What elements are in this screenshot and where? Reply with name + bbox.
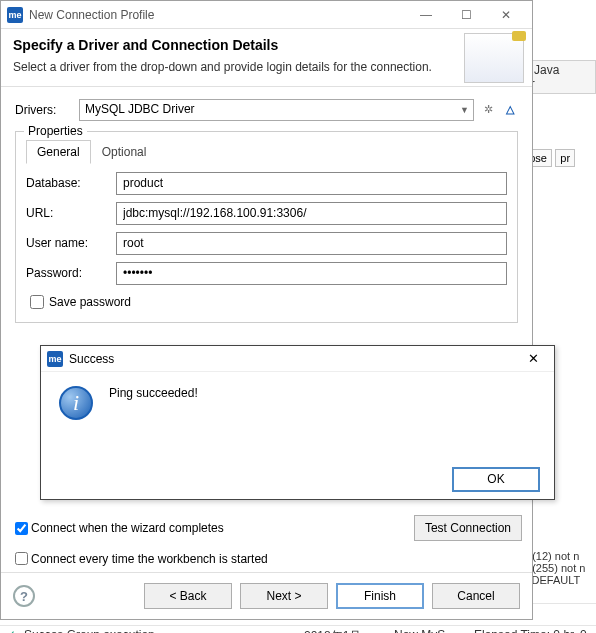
tab-general[interactable]: General [26,140,91,164]
help-button[interactable]: ? [13,585,35,607]
tab-optional[interactable]: Optional [91,140,158,164]
maximize-button[interactable]: ☐ [446,2,486,28]
save-password-label: Save password [49,295,131,309]
ok-button[interactable]: OK [452,467,540,492]
connect-startup-label: Connect every time the workbench is star… [31,552,268,566]
url-label: URL: [26,206,116,220]
info-icon: i [59,386,93,420]
success-dialog: me Success ✕ i Ping succeeded! OK [40,345,555,500]
dialog-app-icon: me [47,351,63,367]
dialog-title: Success [69,352,518,366]
username-label: User name: [26,236,116,250]
dialog-message: Ping succeeded! [109,386,198,445]
drivers-selected-value: MySQL JDBC Driver [85,102,195,116]
editor-tab-pr-label: pr [560,152,570,164]
next-button[interactable]: Next > [240,583,328,609]
editor-tab-pr[interactable]: pr [555,149,575,167]
drivers-label: Drivers: [15,103,79,117]
drivers-dropdown[interactable]: MySQL JDBC Driver ▼ [79,99,474,121]
cell-source: New MyS [394,628,474,633]
check-icon: ✓ [6,628,20,633]
database-label: Database: [26,176,116,190]
database-input[interactable] [116,172,507,195]
page-description: Select a driver from the drop-down and p… [13,59,433,76]
finish-button[interactable]: Finish [336,583,424,609]
cancel-button[interactable]: Cancel [432,583,520,609]
connect-wizard-checkbox[interactable] [15,522,28,535]
table-row[interactable]: ✓ Succes Group execution 2018年1月 New MyS… [0,625,596,633]
dialog-close-button[interactable]: ✕ [518,351,548,366]
edit-driver-icon[interactable]: △ [502,102,518,118]
connect-wizard-label: Connect when the wizard completes [31,521,224,535]
page-heading: Specify a Driver and Connection Details [13,37,520,53]
properties-group-label: Properties [24,124,87,138]
connect-startup-checkbox[interactable] [15,552,28,565]
cell-description: Succes Group execution [24,628,304,633]
window-title: New Connection Profile [29,8,406,22]
minimize-button[interactable]: — [406,2,446,28]
titlebar: me New Connection Profile — ☐ ✕ [1,1,532,29]
username-input[interactable] [116,232,507,255]
cell-date: 2018年1月 [304,628,394,633]
password-input[interactable] [116,262,507,285]
password-label: Password: [26,266,116,280]
back-button[interactable]: < Back [144,583,232,609]
new-connection-profile-window: me New Connection Profile — ☐ ✕ Specify … [0,0,533,620]
test-connection-button[interactable]: Test Connection [414,515,522,541]
wizard-banner-icon [464,33,524,83]
app-icon: me [7,7,23,23]
url-input[interactable] [116,202,507,225]
close-button[interactable]: ✕ [486,2,526,28]
new-driver-icon[interactable]: ✲ [480,102,496,118]
cell-elapsed: Elapsed Time: 0 hr, 0 min [474,628,590,633]
chevron-down-icon: ▼ [460,105,469,115]
save-password-checkbox[interactable] [30,295,44,309]
